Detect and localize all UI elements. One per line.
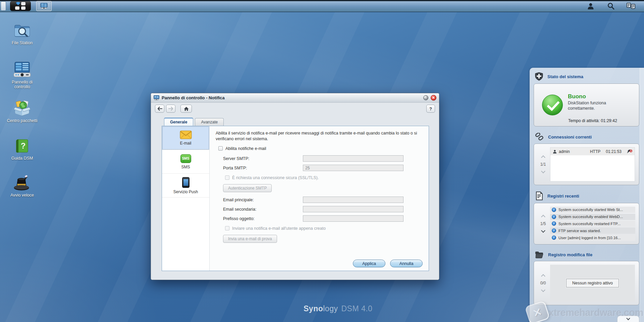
ssl-row: È richiesta una connessione sicura (SSL/… (225, 175, 423, 180)
pager-text: 1/1 (540, 162, 546, 167)
connections-header: Connessioni correnti (530, 128, 644, 143)
subject-prefix-label: Prefisso oggetto: (223, 216, 303, 221)
desktop-icon-file-station[interactable]: File Station (5, 23, 39, 45)
window-titlebar[interactable]: Pannello di controllo - Notifica ✕ (151, 93, 439, 103)
user-menu-button[interactable] (586, 1, 596, 11)
recent-logs-card: 1/5 i System successfully started Web St… (534, 203, 639, 245)
connection-user: admin (559, 149, 588, 154)
close-button[interactable]: ✕ (431, 95, 436, 101)
search-button[interactable] (606, 1, 616, 11)
back-button[interactable] (155, 105, 164, 113)
email-icon (180, 130, 192, 139)
forward-arrow-icon (168, 107, 173, 111)
log-document-icon (535, 192, 543, 200)
desktop-icon-control-panel[interactable]: Pannello di controllo (5, 61, 39, 90)
link-icon (535, 133, 544, 141)
sidebar-item-email[interactable]: E-mail (162, 126, 209, 150)
sms-icon: SMS (180, 154, 191, 163)
subject-prefix-row: Prefisso oggetto: (223, 215, 423, 222)
svg-text:?: ? (21, 141, 26, 150)
smtp-server-label: Server SMTP: (223, 156, 303, 161)
tab-bar: Generale Avanzate (164, 118, 439, 126)
connections-list: admin HTTP 01:21:53 (550, 147, 635, 181)
notify-new-user-checkbox (225, 226, 229, 230)
sidebar-item-label: SMS (181, 165, 190, 169)
help-button[interactable]: ? (426, 105, 435, 113)
main-menu-button[interactable] (10, 1, 31, 11)
smtp-auth-button: Autenticazione SMTP (223, 184, 272, 192)
cancel-button[interactable]: Annulla (390, 260, 423, 267)
enable-email-checkbox[interactable] (218, 146, 223, 151)
minimize-button[interactable] (423, 95, 428, 100)
connections-card: 1/1 admin HTTP 01:21:53 (534, 144, 639, 185)
info-icon: i (552, 215, 556, 219)
tab-generale[interactable]: Generale (164, 118, 193, 126)
status-value: Buono (568, 93, 622, 100)
tab-avanzate[interactable]: Avanzate (195, 118, 224, 126)
connection-time: 01:21:53 (606, 149, 622, 154)
connection-row: admin HTTP 01:21:53 (550, 148, 635, 155)
sidebar-item-sms[interactable]: SMS SMS (162, 150, 209, 174)
disconnect-icon[interactable] (627, 149, 632, 154)
secondary-email-label: Email secondaria: (223, 207, 303, 212)
page-up-icon (541, 215, 545, 219)
log-text: User [admin] logged in from [10.16... (558, 236, 621, 240)
primary-email-row: Email principale: (223, 196, 423, 204)
log-entry[interactable]: i System successfully started Web St... (550, 207, 635, 213)
desktop-icon-quick-start[interactable]: Avvio veloce (5, 174, 39, 198)
page-up-icon (541, 274, 545, 278)
desktop-icon-package-center[interactable]: Centro pacchetti (5, 100, 39, 123)
connection-protocol: HTTP (590, 149, 600, 154)
taskbar-window-control-panel[interactable] (36, 1, 52, 11)
log-text: System successfully started Web St... (558, 208, 623, 212)
user-icon (587, 2, 594, 10)
app-grid-icon (14, 2, 26, 10)
notification-sidebar: E-mail SMS SMS Servizio Push (162, 126, 210, 271)
form-actions: Applica Annulla (353, 260, 423, 267)
email-notification-form: Abilita il servizio di notifica e-mail p… (210, 126, 429, 271)
forward-button (166, 105, 175, 113)
secondary-email-input (303, 206, 404, 212)
home-button[interactable] (180, 105, 192, 113)
page-down-icon (541, 288, 545, 292)
back-arrow-icon (157, 107, 162, 111)
tab-label: Generale (170, 120, 187, 124)
shield-icon (535, 72, 543, 81)
folder-icon (535, 251, 544, 258)
window-toolbar: ? (151, 103, 439, 115)
tab-content: E-mail SMS SMS Servizio Push Abilita il … (162, 126, 429, 271)
file-station-icon (13, 23, 31, 39)
show-desktop-button[interactable] (1, 1, 6, 11)
taskbar-right-icons (586, 1, 641, 11)
smtp-server-input (303, 155, 404, 162)
package-center-icon (13, 100, 31, 117)
apply-button[interactable]: Applica (353, 260, 385, 267)
window-title: Pannello di controllo - Notifica (162, 95, 225, 100)
log-entry[interactable]: i System successfully restarted FTP... (550, 221, 635, 227)
primary-email-input (303, 197, 404, 203)
file-log-area: Nessun registro attivo (550, 265, 635, 302)
desktop-icon-label: Guida DSM (11, 156, 33, 161)
log-entry[interactable]: i User [admin] logged in from [10.16... (550, 234, 635, 241)
ssl-label: È richiesta una connessione sicura (SSL/… (232, 175, 319, 180)
version-text: DSM 4.0 (341, 304, 372, 313)
enable-email-row: Abilita notifiche e-mail (218, 146, 423, 151)
smtp-server-row: Server SMTP: (223, 155, 423, 162)
search-icon (607, 2, 614, 10)
quick-start-icon (13, 174, 31, 191)
pilot-view-button[interactable] (626, 1, 636, 11)
log-entry[interactable]: i FTP service was started. (550, 227, 635, 234)
smtp-port-input (303, 165, 404, 171)
connections-pager: 1/1 (536, 146, 550, 183)
sidebar-item-push-service[interactable]: Servizio Push (162, 174, 209, 198)
smartphone-icon (182, 177, 190, 188)
subject-prefix-input (303, 215, 404, 222)
desktop-icon-dsm-help[interactable]: ? Guida DSM (5, 138, 39, 161)
sidebar-item-label: Servizio Push (173, 190, 198, 194)
site-name: xtremehardware.com (548, 307, 643, 318)
control-panel-window-icon (40, 3, 48, 9)
page-down-icon[interactable] (541, 228, 545, 233)
file-log-pager: 0/0 (536, 263, 550, 303)
notify-new-user-label: Inviare una notifica e-mail all'utente a… (232, 226, 326, 231)
log-entry[interactable]: i System successfully enabled WebD... (550, 214, 635, 220)
